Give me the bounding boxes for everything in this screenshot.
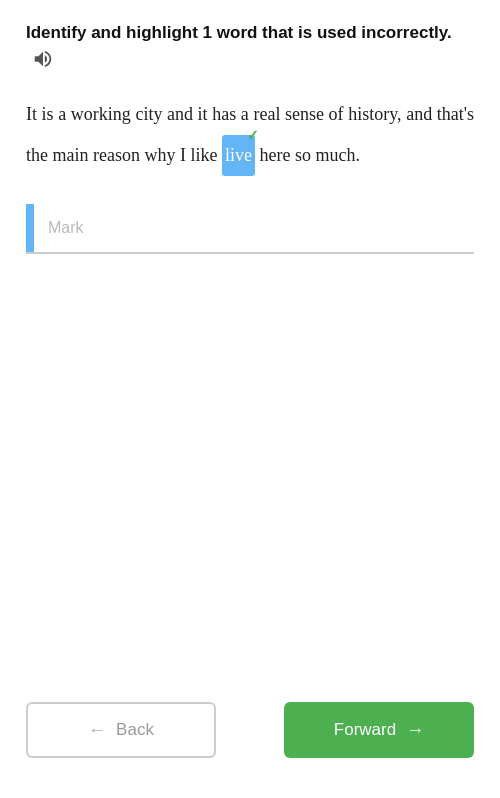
input-accent-bar bbox=[26, 204, 34, 252]
back-button[interactable]: ← Back bbox=[26, 702, 216, 758]
buttons-area: ← Back Forward → bbox=[26, 702, 474, 758]
instruction-area: Identify and highlight 1 word that is us… bbox=[26, 20, 474, 71]
forward-arrow-icon: → bbox=[406, 720, 424, 741]
back-arrow-icon: ← bbox=[88, 720, 106, 741]
highlight-count: 1 bbox=[203, 23, 212, 42]
mark-input[interactable] bbox=[34, 204, 474, 252]
forward-button[interactable]: Forward → bbox=[284, 702, 474, 758]
checkmark-icon: ✓ bbox=[247, 121, 259, 152]
input-container bbox=[26, 204, 474, 254]
passage-text-after: here so much. bbox=[255, 145, 360, 165]
highlighted-word[interactable]: live ✓ bbox=[222, 135, 255, 177]
back-label: Back bbox=[116, 720, 154, 740]
page-container: Identify and highlight 1 word that is us… bbox=[0, 0, 500, 798]
forward-label: Forward bbox=[334, 720, 396, 740]
instruction-bold: Identify and highlight 1 word that is us… bbox=[26, 23, 452, 42]
instruction-text: Identify and highlight 1 word that is us… bbox=[26, 20, 474, 71]
passage-area: It is a working city and it has a real s… bbox=[26, 95, 474, 176]
speaker-icon[interactable] bbox=[32, 48, 54, 70]
